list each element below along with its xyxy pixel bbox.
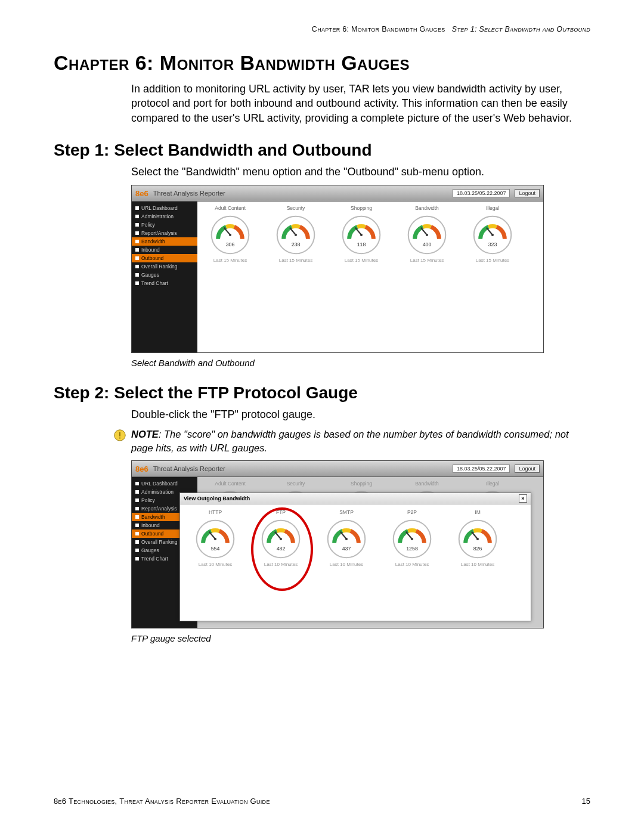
- svg-point-45: [214, 538, 216, 540]
- note-text: NOTE: The "score" on bandwidth gauges is…: [131, 428, 590, 454]
- secondary-window-title: View Outgoing Bandwidth: [184, 496, 250, 501]
- app-title: Threat Analysis Reporter: [153, 465, 225, 472]
- svg-rect-22: [119, 438, 120, 439]
- gauge-sub: Last 15 Minutes: [476, 258, 509, 263]
- step2-heading: Step 2: Select the FTP Protocol Gauge: [54, 383, 590, 402]
- note-block: NOTE: The "score" on bandwidth gauges is…: [113, 428, 590, 454]
- close-icon[interactable]: ×: [519, 494, 527, 503]
- gauge-panel-1: Adult Content 306 Last 15 MinutesSecurit…: [197, 202, 543, 353]
- app-titlebar: 8e6 Threat Analysis Reporter 18.03.25/05…: [132, 185, 543, 202]
- app-title: Threat Analysis Reporter: [153, 190, 225, 197]
- gauge[interactable]: Bandwidth 400 Last 15 Minutes: [400, 205, 454, 349]
- gauge[interactable]: FTP 482 Last 10 Minutes: [254, 509, 308, 567]
- svg-text:400: 400: [423, 241, 432, 247]
- gauge-sub: Last 15 Minutes: [410, 258, 444, 263]
- gauge-title: HTTP: [209, 509, 222, 515]
- gauge-title: Illegal: [486, 481, 499, 487]
- gauge-title: Illegal: [486, 205, 499, 211]
- svg-text:306: 306: [226, 241, 235, 247]
- sidebar-item[interactable]: Report/Analysis: [132, 229, 197, 237]
- svg-text:482: 482: [277, 546, 286, 552]
- gauge-title: Security: [287, 481, 305, 487]
- header-step: Step 1: Select Bandwidth and Outbound: [452, 25, 590, 33]
- gauge-title: Adult Content: [215, 481, 246, 487]
- sidebar-item[interactable]: Overall Ranking: [132, 262, 197, 271]
- gauge-sub: Last 10 Minutes: [264, 562, 298, 567]
- sidebar-item[interactable]: URL Dashboard: [132, 204, 197, 212]
- gauge[interactable]: Security 238 Last 15 Minutes: [269, 205, 323, 349]
- sidebar-item[interactable]: Bandwidth: [132, 237, 197, 246]
- svg-text:323: 323: [488, 241, 497, 247]
- note-body: : The "score" on bandwidth gauges is bas…: [131, 429, 569, 453]
- gauge-title: IM: [475, 509, 480, 515]
- svg-text:238: 238: [292, 241, 301, 247]
- gauge[interactable]: SMTP 437 Last 10 Minutes: [320, 509, 373, 567]
- gauge-title: SMTP: [339, 509, 354, 515]
- gauge-title: Bandwidth: [415, 481, 439, 487]
- sidebar-item[interactable]: Inbound: [132, 246, 197, 254]
- gauge[interactable]: P2P 1258 Last 10 Minutes: [385, 509, 439, 567]
- intro-paragraph: In addition to monitoring URL activity b…: [131, 82, 590, 125]
- logout-button[interactable]: Logout: [515, 465, 540, 473]
- step1-heading: Step 1: Select Bandwidth and Outbound: [54, 141, 590, 160]
- svg-text:1258: 1258: [406, 546, 418, 552]
- svg-text:118: 118: [357, 241, 366, 247]
- step1-body: Select the "Bandwidth" menu option and t…: [131, 165, 590, 179]
- titlebar-datetime: 18.03.25/05.22.2007: [453, 189, 510, 197]
- svg-point-14: [426, 234, 428, 236]
- sidebar-item[interactable]: Trend Chart: [132, 279, 197, 287]
- gauge-sub: Last 10 Minutes: [461, 562, 494, 567]
- gauge-sub: Last 15 Minutes: [345, 258, 378, 263]
- gauge[interactable]: IM 826 Last 10 Minutes: [451, 509, 504, 567]
- logout-button[interactable]: Logout: [515, 189, 540, 197]
- svg-point-6: [295, 234, 297, 236]
- sidebar-item[interactable]: Administration: [132, 212, 197, 221]
- gauge-sub: Last 10 Minutes: [395, 562, 429, 567]
- svg-point-57: [411, 538, 413, 540]
- gauge[interactable]: Shopping 118 Last 15 Minutes: [335, 205, 388, 349]
- chapter-title: Chapter 6: Monitor Bandwidth Gauges: [54, 51, 590, 75]
- svg-text:554: 554: [211, 546, 220, 552]
- gauge-title: P2P: [407, 509, 417, 515]
- app-logo: 8e6: [135, 465, 148, 473]
- svg-point-18: [491, 234, 494, 236]
- sidebar-item[interactable]: Gauges: [132, 271, 197, 279]
- sidebar-item[interactable]: Outbound: [132, 254, 197, 262]
- svg-point-49: [280, 538, 282, 540]
- gauge-title: Security: [287, 205, 305, 211]
- gauge-sub: Last 10 Minutes: [199, 562, 232, 567]
- svg-point-53: [345, 538, 348, 540]
- header-chapter: Chapter 6: Monitor Bandwidth Gauges: [312, 25, 445, 33]
- caption-2: FTP gauge selected: [131, 633, 590, 643]
- titlebar-datetime: 18.03.25/05.22.2007: [453, 465, 510, 473]
- footer-title: 8e6 Technologies, Threat Analysis Report…: [54, 797, 270, 806]
- note-label: NOTE: [131, 429, 159, 439]
- app-sidebar: URL DashboardAdministrationPolicyReport/…: [132, 202, 197, 353]
- gauge-sub: Last 10 Minutes: [330, 562, 363, 567]
- page-footer: 8e6 Technologies, Threat Analysis Report…: [54, 797, 590, 806]
- sidebar-item[interactable]: URL Dashboard: [132, 479, 197, 488]
- svg-point-10: [360, 234, 363, 236]
- note-icon: [113, 429, 126, 442]
- running-header: Chapter 6: Monitor Bandwidth Gauges Step…: [54, 25, 590, 33]
- sidebar-item[interactable]: Policy: [132, 221, 197, 229]
- gauge-title: FTP: [276, 509, 286, 515]
- app-titlebar-2: 8e6 Threat Analysis Reporter 18.03.25/05…: [132, 461, 543, 477]
- outgoing-bandwidth-window: View Outgoing Bandwidth × HTTP 554 Last …: [179, 493, 531, 621]
- gauge-sub: Last 15 Minutes: [213, 258, 247, 263]
- svg-point-61: [476, 538, 479, 540]
- svg-rect-21: [119, 432, 120, 436]
- gauge[interactable]: HTTP 554 Last 10 Minutes: [188, 509, 242, 567]
- gauge-title: Bandwidth: [415, 205, 439, 211]
- gauge[interactable]: Illegal 323 Last 15 Minutes: [466, 205, 519, 349]
- gauge-sub: Last 15 Minutes: [279, 258, 312, 263]
- caption-1: Select Bandwith and Outbound: [131, 358, 590, 368]
- screenshot-2: 8e6 Threat Analysis Reporter 18.03.25/05…: [131, 460, 544, 628]
- app-logo: 8e6: [135, 189, 148, 198]
- svg-text:826: 826: [473, 546, 482, 552]
- step2-body: Double-click the "FTP" protocol gauge.: [131, 407, 590, 422]
- gauge-title: Shopping: [351, 205, 372, 211]
- svg-text:437: 437: [342, 546, 351, 552]
- gauge-title: Adult Content: [215, 205, 246, 211]
- gauge[interactable]: Adult Content 306 Last 15 Minutes: [203, 205, 257, 349]
